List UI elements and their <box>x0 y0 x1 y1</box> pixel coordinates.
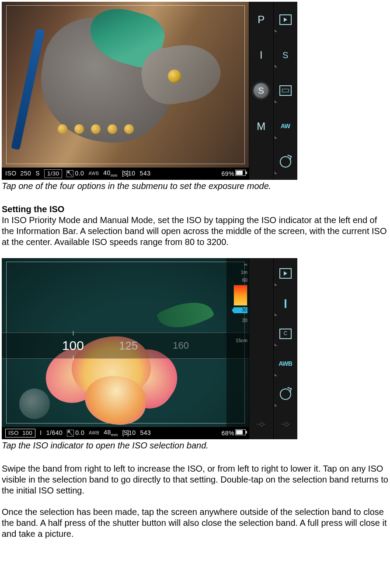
focus-tick: 20 <box>242 318 247 324</box>
iso-mode-icon[interactable] <box>274 290 298 317</box>
paragraph-close-band: Once the selection has been made, tap th… <box>2 507 388 539</box>
mode-P[interactable]: P <box>249 7 273 33</box>
mode-sidebar: P I S M S AW <box>249 2 297 180</box>
divider-icon <box>274 411 298 438</box>
spacer <box>249 260 273 287</box>
viewfinder[interactable] <box>2 2 249 168</box>
wb-indicator[interactable]: AWB <box>88 171 99 177</box>
mode-spacer <box>249 149 273 175</box>
focus-gradient-icon <box>233 285 247 306</box>
mode-S-selected[interactable]: S <box>249 77 273 104</box>
drive-mode: [S]10 <box>122 429 136 437</box>
spacer <box>249 381 273 407</box>
focus-tick: 60 <box>242 277 247 284</box>
custom-mode-icon[interactable]: C <box>274 321 298 347</box>
mode-M[interactable]: M <box>249 113 273 140</box>
ev-icon <box>67 430 74 437</box>
figure-2-caption: Tap the ISO indicator to open the ISO se… <box>2 440 388 451</box>
ev-compensation[interactable]: 0.0 <box>67 429 84 437</box>
ev-compensation[interactable]: 0.0 <box>66 170 84 178</box>
spacer <box>249 321 273 347</box>
camera-ui-screenshot-2: 100 125 160 ∞ 1m 60 30 20 15cm <box>2 258 297 439</box>
focal-length: 40mm <box>103 169 118 178</box>
drive-mode: [S]10 <box>122 170 136 178</box>
spacer <box>249 351 273 377</box>
mode-S-indicator: S <box>254 83 268 98</box>
iso-option[interactable]: 125 <box>119 339 138 353</box>
focal-length: 48mm <box>104 429 118 438</box>
left-tool-column <box>249 258 274 439</box>
iso-indicator-active[interactable]: ISO 100 <box>5 429 35 438</box>
information-bar: ISO 100 I 1/640 0.0 AWB 48mm [S]10 543 6… <box>2 427 249 439</box>
section-heading: Setting the ISO <box>2 204 388 215</box>
information-bar: ISO 250 S 1/30 0.0 AWB 40mm [S]10 543 69… <box>2 168 249 180</box>
focus-tick: 1m <box>241 270 247 276</box>
divider-icon <box>249 411 273 438</box>
white-balance-icon[interactable]: AWB <box>274 351 298 377</box>
paragraph-iso-intro: In ISO Priority Mode and Manual Mode, se… <box>2 215 388 248</box>
focus-infinity: ∞ <box>244 262 247 268</box>
focus-tick: 15cm <box>236 338 247 344</box>
right-tool-column: S AW <box>274 2 298 180</box>
iso-option[interactable]: 160 <box>173 340 189 352</box>
self-timer-icon[interactable]: 2 <box>274 381 298 407</box>
exposure-mode-submenu: P I S M <box>249 2 274 180</box>
wb-indicator[interactable]: AWB <box>89 430 99 436</box>
viewfinder[interactable]: 100 125 160 ∞ 1m 60 30 20 15cm <box>2 258 249 427</box>
shutter-speed[interactable]: 1/30 <box>44 169 62 178</box>
playback-icon[interactable] <box>274 260 298 287</box>
subject-decor <box>54 124 177 146</box>
iso-option-current[interactable]: 100 <box>62 337 84 354</box>
battery-indicator: 68% <box>221 429 246 438</box>
playback-icon[interactable] <box>274 7 298 33</box>
iso-selection-band[interactable]: 100 125 160 <box>2 332 249 359</box>
ev-icon <box>66 170 73 177</box>
mode-indicator: I <box>40 429 42 437</box>
self-timer-icon[interactable] <box>274 149 298 175</box>
camera-ui-screenshot-1: P I S M S AW ISO 250 S <box>2 2 297 180</box>
focus-current-marker[interactable]: 30 <box>232 307 247 313</box>
shots-remaining: 543 <box>140 429 151 437</box>
focus-area-icon[interactable] <box>274 77 298 104</box>
spacer <box>249 290 273 317</box>
iso-indicator[interactable]: ISO 250 <box>5 170 31 178</box>
paragraph-swipe: Swipe the band from right to left to inc… <box>2 463 388 496</box>
figure-iso-band: 100 125 160 ∞ 1m 60 30 20 15cm <box>2 258 388 439</box>
mode-indicator: S <box>35 170 40 178</box>
scene-mode-icon[interactable]: S <box>274 42 298 68</box>
focus-distance-scale[interactable]: ∞ 1m 60 30 20 15cm <box>226 258 249 427</box>
figure-1-caption: Tap one of the four options in the subme… <box>2 181 388 192</box>
figure-exposure-mode: P I S M S AW ISO 250 S <box>2 2 388 180</box>
battery-indicator: 69% <box>221 170 246 178</box>
mode-sidebar: C AWB 2 <box>249 258 297 439</box>
mode-I[interactable]: I <box>249 42 273 68</box>
subject-decor <box>168 70 181 83</box>
shutter-button-overlay[interactable] <box>19 388 50 419</box>
shutter-speed[interactable]: 1/640 <box>46 429 63 437</box>
shots-remaining: 543 <box>140 170 151 178</box>
right-tool-column: C AWB 2 <box>274 258 298 439</box>
white-balance-icon[interactable]: AW <box>274 113 298 140</box>
